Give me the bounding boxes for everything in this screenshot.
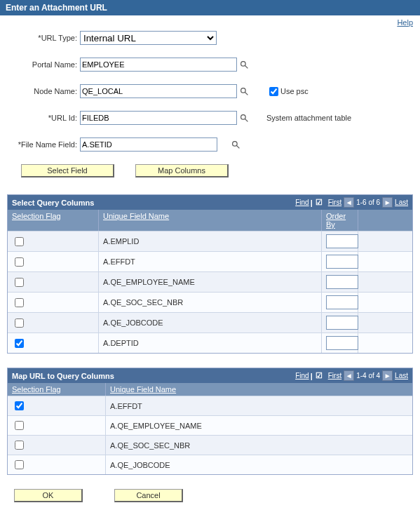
selection-checkbox[interactable] [15, 460, 24, 469]
selection-cell [8, 416, 106, 435]
order-by-input[interactable] [326, 316, 358, 330]
selection-cell [8, 333, 99, 353]
selection-cell [8, 313, 99, 333]
table-row: A.EMPLID [8, 231, 412, 251]
order-by-input[interactable] [326, 336, 358, 350]
col-unique-field-name[interactable]: Unique Field Name [99, 210, 322, 231]
svg-point-0 [241, 61, 246, 66]
help-link[interactable]: Help [397, 18, 413, 27]
nav-prev-icon[interactable]: ◄ [344, 197, 354, 208]
svg-point-2 [241, 88, 246, 93]
order-by-cell [322, 231, 358, 251]
selection-checkbox[interactable] [15, 441, 24, 450]
selection-checkbox[interactable] [15, 339, 24, 348]
order-by-input[interactable] [326, 234, 358, 248]
svg-line-1 [245, 65, 248, 68]
nav-last[interactable]: Last [395, 199, 408, 206]
zoom-icon[interactable]: ☑ [316, 371, 323, 380]
url-id-input[interactable] [80, 111, 237, 125]
lookup-icon[interactable] [231, 140, 241, 149]
field-name-cell: A.QE_SOC_SEC_NBR [99, 293, 322, 312]
table-row: A.QE_EMPLOYEE_NAME [8, 415, 412, 435]
use-psc-label: Use psc [280, 87, 309, 95]
zoom-icon[interactable]: ☑ [316, 198, 323, 207]
col-unique-field-name[interactable]: Unique Field Name [106, 383, 358, 396]
selection-cell [8, 252, 99, 271]
selection-checkbox[interactable] [15, 421, 24, 430]
order-by-cell [322, 313, 358, 333]
selection-cell [8, 455, 106, 474]
nav-next-icon[interactable]: ► [382, 197, 393, 208]
map-url-to-query-columns-grid: Map URL to Query Columns Find | ☑ First … [7, 368, 413, 475]
field-name-cell: A.EMPLID [99, 231, 322, 251]
url-type-label: *URL Type: [7, 34, 80, 42]
table-row: A.EFFDT [8, 396, 412, 415]
order-by-cell [322, 252, 358, 271]
url-type-select[interactable]: Internal URL [80, 31, 217, 45]
cancel-button[interactable]: Cancel [114, 489, 183, 502]
lookup-icon[interactable] [240, 60, 249, 69]
select-query-columns-grid: Select Query Columns Find | ☑ First ◄ 1-… [7, 194, 413, 354]
separator: | [311, 372, 313, 380]
selection-cell [8, 436, 106, 455]
selection-cell [8, 231, 99, 251]
find-link[interactable]: Find [295, 372, 309, 380]
node-name-input[interactable] [80, 84, 237, 98]
portal-name-input[interactable] [80, 58, 237, 72]
selection-checkbox[interactable] [15, 237, 24, 246]
lookup-icon[interactable] [240, 87, 249, 96]
order-by-cell [322, 272, 358, 292]
nav-first[interactable]: First [328, 199, 341, 206]
file-name-field-label: *File Name Field: [7, 140, 80, 149]
ok-button[interactable]: OK [14, 489, 83, 502]
system-note: System attachment table [266, 114, 351, 122]
nav-range: 1-4 of 4 [356, 372, 380, 380]
nav-first[interactable]: First [328, 372, 341, 380]
use-psc-checkbox[interactable] [269, 87, 278, 96]
table-row: A.QE_JOBCODE [8, 455, 412, 474]
selection-cell [8, 272, 99, 292]
selection-checkbox[interactable] [15, 318, 24, 328]
map-columns-button[interactable]: Map Columns [135, 164, 229, 177]
selection-checkbox[interactable] [15, 298, 24, 307]
order-by-input[interactable] [326, 255, 358, 269]
field-name-cell: A.EFFDT [106, 396, 358, 415]
field-name-cell: A.DEPTID [99, 333, 322, 353]
order-by-input[interactable] [326, 295, 358, 309]
table-row: A.QE_JOBCODE [8, 312, 412, 333]
find-link[interactable]: Find [295, 199, 309, 206]
svg-point-6 [233, 141, 238, 146]
col-selection-flag[interactable]: Selection Flag [8, 383, 106, 396]
table-row: A.EFFDT [8, 251, 412, 271]
field-name-cell: A.QE_SOC_SEC_NBR [106, 436, 358, 455]
field-name-cell: A.QE_EMPLOYEE_NAME [99, 272, 322, 292]
portal-name-label: Portal Name: [7, 60, 80, 69]
selection-cell [8, 396, 106, 415]
nav-prev-icon[interactable]: ◄ [344, 370, 354, 381]
col-order-by[interactable]: Order By [322, 210, 358, 231]
field-name-cell: A.QE_JOBCODE [99, 313, 322, 333]
selection-checkbox[interactable] [15, 278, 24, 287]
selection-checkbox[interactable] [15, 257, 24, 267]
nav-last[interactable]: Last [395, 372, 408, 380]
selection-checkbox[interactable] [15, 401, 24, 410]
select-field-button[interactable]: Select Field [21, 164, 114, 177]
order-by-cell [322, 293, 358, 312]
file-name-field-input[interactable] [80, 137, 217, 152]
nav-range: 1-6 of 6 [356, 199, 380, 206]
nav-next-icon[interactable]: ► [382, 370, 393, 381]
lookup-icon[interactable] [240, 114, 249, 123]
selection-cell [8, 293, 99, 312]
table-row: A.QE_SOC_SEC_NBR [8, 435, 412, 455]
table-row: A.QE_SOC_SEC_NBR [8, 292, 412, 312]
table-row: A.DEPTID [8, 333, 412, 353]
col-selection-flag[interactable]: Selection Flag [8, 210, 99, 231]
svg-line-7 [236, 145, 239, 148]
order-by-cell [322, 333, 358, 353]
field-name-cell: A.QE_JOBCODE [106, 455, 358, 474]
page-title: Enter an Attachment URL [0, 0, 420, 15]
node-name-label: Node Name: [7, 87, 80, 95]
url-id-label: *URL Id: [7, 114, 80, 122]
svg-line-3 [245, 92, 248, 95]
order-by-input[interactable] [326, 275, 358, 289]
